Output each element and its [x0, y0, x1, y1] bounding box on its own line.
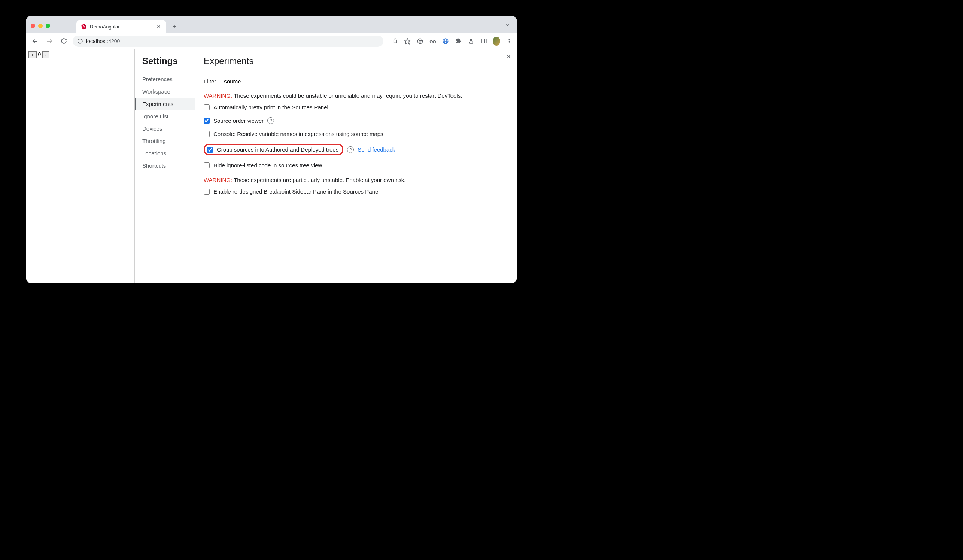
address-bar[interactable]: localhost:4200: [73, 36, 383, 47]
settings-title: Settings: [142, 56, 195, 66]
counter-value: 0: [38, 51, 41, 57]
labs-icon[interactable]: [467, 37, 475, 45]
send-feedback-link[interactable]: Send feedback: [358, 146, 395, 153]
close-tab-icon[interactable]: ✕: [156, 24, 162, 29]
experiment-label: Automatically pretty print in the Source…: [213, 104, 328, 110]
tab-strip: DemoAngular ✕ +: [26, 16, 517, 33]
new-tab-button[interactable]: +: [169, 21, 180, 32]
svg-point-19: [509, 39, 510, 40]
experiment-checkbox[interactable]: [204, 162, 210, 168]
sidebar-item-devices[interactable]: Devices: [135, 122, 195, 135]
svg-point-10: [420, 40, 421, 41]
experiment-label: Group sources into Authored and Deployed…: [217, 146, 339, 153]
filter-row: Filter: [204, 76, 508, 87]
increment-button[interactable]: +: [28, 51, 37, 58]
minimize-window-button[interactable]: [38, 24, 43, 28]
page-viewport: + 0 -: [26, 49, 135, 283]
warning-text: WARNING: These experiments could be unst…: [204, 92, 508, 99]
globe-icon[interactable]: [442, 37, 449, 45]
section-title: Experiments: [204, 56, 508, 71]
menu-icon[interactable]: [506, 37, 513, 45]
share-icon[interactable]: [391, 37, 398, 45]
reload-button[interactable]: [58, 36, 69, 47]
sidebar-item-throttling[interactable]: Throttling: [135, 135, 195, 147]
side-panel-icon[interactable]: [480, 37, 488, 45]
help-icon[interactable]: ?: [347, 146, 354, 153]
settings-main: Experiments Filter WARNING: These experi…: [195, 49, 517, 283]
svg-marker-7: [405, 38, 410, 44]
sidebar-item-preferences[interactable]: Preferences: [135, 73, 195, 85]
tab-title: DemoAngular: [90, 24, 120, 29]
experiment-checkbox[interactable]: [204, 104, 210, 110]
svg-rect-17: [481, 39, 486, 43]
window-controls: [31, 24, 50, 28]
svg-point-20: [509, 40, 510, 42]
experiment-checkbox[interactable]: [204, 131, 210, 137]
experiment-label: Hide ignore-listed code in sources tree …: [213, 162, 322, 168]
devtools-panel: ✕ Settings PreferencesWorkspaceExperimen…: [135, 49, 517, 283]
filter-input[interactable]: [220, 76, 291, 87]
help-icon[interactable]: ?: [268, 117, 274, 124]
tab-search-button[interactable]: [503, 21, 512, 29]
bookmark-star-icon[interactable]: [404, 37, 411, 45]
incognito-icon[interactable]: [417, 37, 424, 45]
experiment-label: Enable re-designed Breakpoint Sidebar Pa…: [213, 188, 379, 195]
experiment-option: Automatically pretty print in the Source…: [204, 104, 508, 110]
sidebar-item-shortcuts[interactable]: Shortcuts: [135, 159, 195, 172]
experiment-option: Hide ignore-listed code in sources tree …: [204, 162, 508, 168]
close-window-button[interactable]: [31, 24, 35, 28]
sidebar-item-ignore-list[interactable]: Ignore List: [135, 110, 195, 122]
experiment-label: Source order viewer: [213, 118, 264, 124]
sidebar-item-workspace[interactable]: Workspace: [135, 85, 195, 98]
close-icon[interactable]: ✕: [505, 53, 512, 60]
toolbar: localhost:4200: [26, 33, 517, 49]
experiment-checkbox[interactable]: [204, 118, 210, 123]
experiment-option: Group sources into Authored and Deployed…: [204, 144, 508, 155]
angular-icon: [81, 24, 87, 29]
experiment-option: Source order viewer?: [204, 117, 508, 124]
sidebar-item-experiments[interactable]: Experiments: [135, 98, 195, 110]
sidebar-item-locations[interactable]: Locations: [135, 147, 195, 159]
content-area: + 0 - ✕ Settings PreferencesWorkspaceExp…: [26, 49, 517, 283]
experiment-checkbox[interactable]: [204, 189, 210, 195]
forward-button[interactable]: [44, 36, 55, 47]
url-text: localhost:4200: [86, 38, 120, 44]
highlighted-option: Group sources into Authored and Deployed…: [204, 144, 343, 155]
back-button[interactable]: [30, 36, 41, 47]
browser-tab[interactable]: DemoAngular ✕: [76, 20, 166, 33]
experiment-option: Enable re-designed Breakpoint Sidebar Pa…: [204, 188, 508, 195]
browser-window: DemoAngular ✕ + localhost:4200: [26, 16, 517, 283]
maximize-window-button[interactable]: [46, 24, 50, 28]
svg-point-12: [433, 40, 436, 43]
filter-label: Filter: [204, 78, 216, 84]
toolbar-actions: [391, 37, 513, 45]
warning-text-2: WARNING: These experiments are particula…: [204, 177, 508, 183]
svg-point-11: [430, 40, 433, 43]
svg-point-21: [509, 42, 510, 44]
experiment-option: Console: Resolve variable names in expre…: [204, 131, 508, 137]
svg-point-6: [80, 40, 80, 40]
experiment-label: Console: Resolve variable names in expre…: [213, 131, 383, 137]
profile-avatar[interactable]: [493, 37, 500, 45]
decrement-button[interactable]: -: [42, 51, 49, 58]
settings-sidebar: Settings PreferencesWorkspaceExperiments…: [135, 49, 195, 283]
experiment-checkbox[interactable]: [207, 147, 213, 153]
svg-point-8: [417, 39, 423, 44]
site-info-icon[interactable]: [77, 38, 83, 44]
svg-point-9: [419, 40, 420, 41]
glasses-icon[interactable]: [429, 37, 436, 45]
extensions-icon[interactable]: [454, 37, 462, 45]
